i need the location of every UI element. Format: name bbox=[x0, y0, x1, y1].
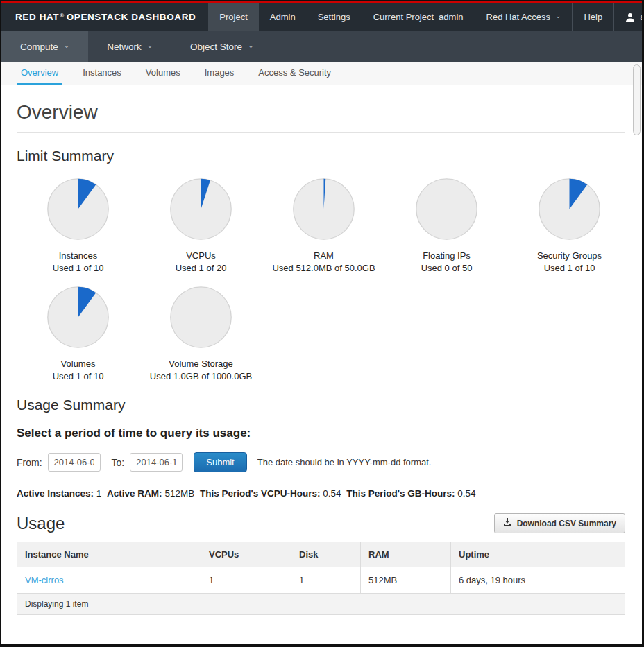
openstack-dashboard-window: { "colors": { "brand_red": "#cc0000", "n… bbox=[0, 0, 644, 647]
limit-summary-title: Limit Summary bbox=[17, 148, 625, 164]
tab-access-security[interactable]: Access & Security bbox=[254, 62, 335, 85]
secnav-item-compute[interactable]: Compute ⌄ bbox=[1, 31, 88, 62]
quota-label: VCPUs Used 1 of 20 bbox=[139, 250, 262, 275]
stat-value: 0.54 bbox=[457, 488, 475, 499]
tab-images[interactable]: Images bbox=[201, 62, 239, 85]
cell-uptime: 6 days, 19 hours bbox=[451, 567, 625, 594]
usage-stats-line: Active Instances: 1 Active RAM: 512MB Th… bbox=[17, 488, 625, 499]
secnav-item-network[interactable]: Network ⌄ bbox=[88, 31, 171, 62]
help-link[interactable]: Help bbox=[572, 3, 613, 31]
top-navbar: RED HAT®OPENSTACK DASHBOARD Project Admi… bbox=[1, 3, 642, 31]
brand-product: OPENSTACK DASHBOARD bbox=[67, 12, 196, 22]
secnav-item-object-store[interactable]: Object Store ⌄ bbox=[171, 31, 272, 62]
quota-label: RAM Used 512.0MB of 50.0GB bbox=[262, 250, 385, 275]
to-label: To: bbox=[112, 457, 125, 468]
quota-label: Instances Used 1 of 10 bbox=[17, 250, 139, 275]
submit-button[interactable]: Submit bbox=[194, 452, 246, 472]
stat-value: 1 bbox=[96, 488, 102, 499]
stat-label: This Period's VCPU-Hours: bbox=[200, 488, 320, 499]
quota-label: Security Groups Used 1 of 10 bbox=[508, 250, 631, 275]
table-footer-row: Displaying 1 item bbox=[17, 594, 625, 615]
quota-volume-storage: Volume Storage Used 1.0GB of 1000.0GB bbox=[139, 284, 262, 383]
navbar-menu: Project Admin Settings bbox=[208, 3, 361, 31]
title-divider bbox=[17, 132, 625, 133]
table-row: VM-cirros 1 1 512MB 6 days, 19 hours bbox=[17, 567, 625, 594]
nav-item-admin[interactable]: Admin bbox=[259, 3, 307, 31]
cell-instance-name: VM-cirros bbox=[17, 567, 201, 594]
chevron-down-icon: ⌄ bbox=[147, 42, 153, 49]
page-content: Overview Limit Summary Instances Used 1 … bbox=[1, 101, 642, 615]
quota-name: RAM bbox=[262, 250, 385, 262]
secondary-nav: Compute ⌄ Network ⌄ Object Store ⌄ bbox=[1, 31, 642, 62]
vertical-scrollbar-thumb[interactable] bbox=[633, 64, 641, 135]
quota-floating-ips: Floating IPs Used 0 of 50 bbox=[385, 176, 508, 275]
quota-usage: Used 1 of 10 bbox=[17, 370, 139, 383]
tab-overview[interactable]: Overview bbox=[17, 62, 62, 85]
quota-name: Volume Storage bbox=[139, 358, 262, 370]
help-label: Help bbox=[584, 12, 602, 22]
from-date-input[interactable] bbox=[48, 453, 101, 472]
quota-name: Floating IPs bbox=[385, 250, 508, 262]
current-project-value: admin bbox=[439, 12, 463, 22]
quota-name: VCPUs bbox=[139, 250, 262, 262]
tab-instances[interactable]: Instances bbox=[78, 62, 126, 85]
usage-table: Instance Name VCPUs Disk RAM Uptime VM-c… bbox=[17, 542, 625, 615]
quota-pie-chart bbox=[45, 176, 111, 242]
stat-gb-hours: This Period's GB-Hours: 0.54 bbox=[346, 488, 475, 499]
quota-ram: RAM Used 512.0MB of 50.0GB bbox=[262, 176, 385, 275]
from-label: From: bbox=[17, 457, 42, 468]
quota-usage: Used 0 of 50 bbox=[385, 262, 508, 275]
download-label: Download CSV Summary bbox=[517, 519, 616, 528]
quota-vcpus: VCPUs Used 1 of 20 bbox=[139, 176, 262, 275]
to-date-input[interactable] bbox=[130, 453, 183, 472]
cell-ram: 512MB bbox=[361, 567, 451, 594]
stat-label: This Period's GB-Hours: bbox=[346, 488, 455, 499]
instance-link[interactable]: VM-cirros bbox=[25, 575, 64, 585]
chevron-down-icon: ⌄ bbox=[555, 12, 561, 19]
col-uptime: Uptime bbox=[451, 542, 625, 567]
quota-pie-chart bbox=[414, 176, 480, 242]
stat-active-ram: Active RAM: 512MB bbox=[107, 488, 194, 499]
usage-section-header: Usage Download CSV Summary bbox=[17, 513, 625, 533]
stat-value: 0.54 bbox=[323, 488, 341, 499]
quota-name: Volumes bbox=[17, 358, 139, 370]
tab-volumes[interactable]: Volumes bbox=[142, 62, 185, 85]
table-header-row: Instance Name VCPUs Disk RAM Uptime bbox=[17, 542, 625, 567]
nav-item-project[interactable]: Project bbox=[208, 3, 258, 31]
nav-item-settings[interactable]: Settings bbox=[307, 3, 362, 31]
red-hat-access-menu[interactable]: Red Hat Access ⌄ bbox=[475, 3, 573, 31]
quota-instances: Instances Used 1 of 10 bbox=[17, 176, 139, 275]
col-ram: RAM bbox=[361, 542, 451, 567]
quota-pie-chart bbox=[45, 284, 111, 350]
secnav-network-label: Network bbox=[107, 42, 142, 52]
quota-usage: Used 1.0GB of 1000.0GB bbox=[139, 370, 262, 383]
date-format-hint: The date should be in YYYY-mm-dd format. bbox=[257, 457, 432, 467]
quota-pie-chart bbox=[168, 284, 234, 350]
cell-disk: 1 bbox=[291, 567, 361, 594]
quota-pie-chart bbox=[536, 176, 602, 242]
tab-bar: Overview Instances Volumes Images Access… bbox=[1, 62, 642, 85]
cell-vcpus: 1 bbox=[201, 567, 291, 594]
user-menu[interactable]: admin ⌄ bbox=[613, 3, 644, 31]
brand-name: RED HAT bbox=[15, 12, 59, 22]
stat-value: 512MB bbox=[164, 488, 194, 499]
quota-label: Floating IPs Used 0 of 50 bbox=[385, 250, 508, 275]
page-title: Overview bbox=[17, 101, 625, 123]
quota-label: Volumes Used 1 of 10 bbox=[17, 358, 139, 383]
brand-logo: RED HAT®OPENSTACK DASHBOARD bbox=[1, 3, 208, 31]
user-icon bbox=[625, 12, 635, 22]
secnav-compute-label: Compute bbox=[20, 42, 58, 52]
stat-label: Active RAM: bbox=[107, 488, 162, 499]
user-name: admin bbox=[640, 12, 644, 22]
quota-volumes: Volumes Used 1 of 10 bbox=[17, 284, 139, 383]
quota-usage: Used 512.0MB of 50.0GB bbox=[262, 262, 385, 275]
chevron-down-icon: ⌄ bbox=[64, 42, 69, 49]
red-hat-access-label: Red Hat Access bbox=[486, 12, 551, 22]
navbar-right: Current Project admin Red Hat Access ⌄ H… bbox=[362, 3, 644, 31]
download-csv-button[interactable]: Download CSV Summary bbox=[494, 513, 625, 533]
quota-usage: Used 1 of 10 bbox=[508, 262, 631, 275]
quota-usage: Used 1 of 10 bbox=[17, 262, 139, 275]
table-footer-text: Displaying 1 item bbox=[17, 594, 625, 615]
quota-name: Instances bbox=[17, 250, 139, 262]
quota-pie-chart bbox=[168, 176, 234, 242]
